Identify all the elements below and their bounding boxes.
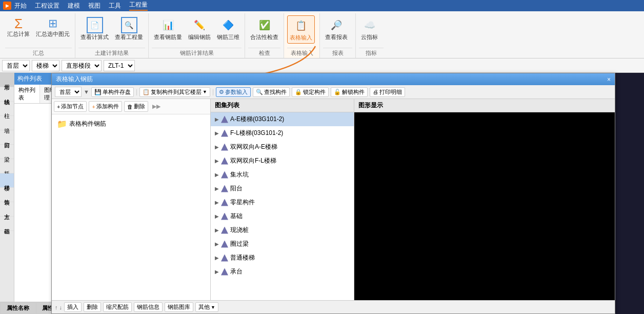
panel-floor-dropdown[interactable]: 首层 [55,87,82,97]
sidebar-item-axis[interactable]: 轴线 [0,87,14,102]
btn-single-save-label: 单构件存盘 [103,88,131,96]
chart-item-3-arrow: ▶ [215,158,219,164]
table-input-window: 表格输入钢筋 × 首层 ▼ 💾 单构件存盘 | 📋 复制构件到其它楼层 ▼ [51,73,615,314]
chart-item-10[interactable]: ▶ 普通楼梯 [211,251,354,265]
sidebar-item-col[interactable]: 柱 [0,102,14,116]
menu-tools[interactable]: 工具 [109,2,121,10]
chart-item-8[interactable]: ▶ 现浇桩 [211,223,354,237]
window-close-btn[interactable]: × [607,76,611,83]
copy-arrow: ▼ [203,89,207,94]
menu-qty[interactable]: 工程量 [129,1,148,11]
chart-item-11[interactable]: ▶ 承台 [211,265,354,279]
chart-item-3-icon [221,158,228,165]
btn-insert[interactable]: 插入 [64,302,82,312]
menu-project-settings[interactable]: 工程设置 [35,2,59,10]
btn-add-component[interactable]: + 添加构件 [89,101,122,112]
left-sidebar: 常用 轴线 柱 墙 门窗 梁 板 楼梯 装饰 [0,73,14,314]
sidebar-item-slab[interactable]: 板 [0,159,14,173]
menu-view[interactable]: 视图 [88,2,100,10]
sidebar-item-earth[interactable]: 土方 [0,202,14,217]
sidebar-item-decoration[interactable]: 装饰 [0,188,14,202]
sep2: | [136,88,137,95]
btn-delete[interactable]: 🗑 删除 [124,101,148,112]
btn-rebar-lib[interactable]: 钢筋图库 [165,302,193,312]
chart-item-7-icon [221,213,228,220]
chart-item-7[interactable]: ▶ 基础 [211,209,354,223]
chart-item-1[interactable]: ▶ F-L楼梯(03G101-2) [211,126,354,140]
btn-cloud-index[interactable]: ☁️ 云指标 [359,15,380,43]
chart-item-9[interactable]: ▶ 圈过梁 [211,237,354,251]
btn-delete-bottom-label: 删除 [87,303,98,311]
btn-legal-check[interactable]: ✅ 合法性检查 [248,15,280,43]
more-btn[interactable]: ▶▶ [152,103,160,110]
btn-rebar-info[interactable]: 钢筋信息 [134,302,163,312]
tree-root-label: 表格构件钢筋 [69,120,106,128]
btn-view-rebar-qty[interactable]: 📊 查看钢筋量 [152,15,184,43]
window-title: 表格输入钢筋 [56,75,93,84]
chart-item-3-label: 双网双向F-L楼梯 [230,156,276,165]
window-content: + 添加节点 + 添加构件 🗑 删除 ▶▶ [52,99,615,300]
menu-start[interactable]: 开始 [14,2,27,10]
id-dropdown[interactable]: ZLT-1 [104,60,135,71]
btn-param-input[interactable]: ⚙ 参数输入 [216,87,251,97]
chart-item-0[interactable]: ▶ A-E楼梯(03G101-2) [211,112,354,126]
floor-dropdown[interactable]: 首层 [2,60,30,71]
chart-item-2[interactable]: ▶ 双网双向A-E楼梯 [211,140,354,154]
btn-table-input[interactable]: 📋 表格输入 [287,15,315,44]
tree-content: 📁 表格构件钢筋 [52,114,210,300]
sidebar-item-wall[interactable]: 墙 [0,116,14,130]
panel-toolbar: 首层 ▼ 💾 单构件存盘 | 📋 复制构件到其它楼层 ▼ | ⚙ 参数输入 [52,85,615,99]
ribbon-group-rebar: 📊 查看钢筋量 ✏️ 编辑钢筋 🔷 钢筋三维 钢筋计算结果 [149,13,245,58]
ribbon-group-rebar-label: 钢筋计算结果 [152,48,242,58]
btn-delete-bottom[interactable]: 删除 [84,302,101,312]
sidebar-item-beam[interactable]: 梁 [0,145,14,159]
rebar-3d-icon: 🔷 [220,17,236,33]
sidebar-item-foundation[interactable]: 基础 [0,217,14,231]
chart-item-6-icon [221,199,228,206]
chart-item-3[interactable]: ▶ 双网双向F-L楼梯 [211,154,354,168]
btn-single-save[interactable]: 💾 单构件存盘 [91,87,134,97]
sidebar-item-stair[interactable]: 楼梯 [0,173,14,188]
btn-view-qty[interactable]: 🔍 查看工程量 [113,15,145,43]
btn-cloud-index-label: 云指标 [361,33,378,41]
ribbon-group-summary-label: 汇总 [5,48,72,58]
graph-panel: 图形显示 [354,99,615,300]
btn-sum-sel[interactable]: ⊞ 汇总选中图元 [34,15,72,40]
btn-unlock-component[interactable]: 🔓 解锁构件 [331,87,368,97]
chart-item-4-arrow: ▶ [215,172,219,178]
btn-other[interactable]: 其他 ▼ [195,302,218,312]
chart-item-1-label: F-L楼梯(03G101-2) [230,129,283,138]
btn-lock-component[interactable]: 🔒 锁定构件 [292,87,329,97]
chart-list-header: 图集列表 [211,99,354,112]
btn-rebar-3d[interactable]: 🔷 钢筋三维 [215,15,242,43]
btn-view-report[interactable]: 🔎 查看报表 [323,15,350,43]
table-input-icon: 📋 [293,17,309,34]
btn-print-detail[interactable]: 🖨 打印明细 [370,87,405,97]
tree-root-item[interactable]: 📁 表格构件钢筋 [55,117,207,130]
component-dropdown[interactable]: 楼梯 [32,60,59,71]
btn-scale[interactable]: 缩尺配筋 [103,302,132,312]
chart-item-6[interactable]: ▶ 零星构件 [211,195,354,209]
btn-sum-all[interactable]: Σ 汇总计算 [5,15,32,40]
rebar-qty-icon: 📊 [160,17,176,33]
ribbon-area: Σ 汇总计算 ⊞ 汇总选中图元 汇总 📄 查看计算式 🔍 查看工程量 [0,11,644,58]
sidebar-item-door[interactable]: 门窗 [0,130,14,145]
btn-edit-rebar[interactable]: ✏️ 编辑钢筋 [186,15,213,43]
btn-delete-label: 删除 [134,103,145,110]
btn-view-calc[interactable]: 📄 查看计算式 [78,15,111,43]
menu-model[interactable]: 建模 [68,2,80,10]
btn-unlock-label: 解锁构件 [342,88,365,96]
tab-component-list[interactable]: 构件列表 [14,85,40,103]
tree-panel: + 添加节点 + 添加构件 🗑 删除 ▶▶ [52,99,211,300]
btn-find-component[interactable]: 🔍 查找构件 [253,87,290,97]
chart-item-5[interactable]: ▶ 阳台 [211,182,354,195]
report-icon: 🔎 [328,17,345,33]
btn-copy-component[interactable]: 📋 复制构件到其它楼层 ▼ [139,87,210,97]
chart-item-4[interactable]: ▶ 集水坑 [211,168,354,182]
sigma-icon: Σ [14,17,23,30]
type-dropdown[interactable]: 直形楼段 [62,60,102,71]
chart-item-8-arrow: ▶ [215,227,219,233]
sidebar-item-common[interactable]: 常用 [0,73,14,87]
btn-insert-label: 插入 [67,303,78,311]
btn-add-node[interactable]: + 添加节点 [54,101,87,112]
